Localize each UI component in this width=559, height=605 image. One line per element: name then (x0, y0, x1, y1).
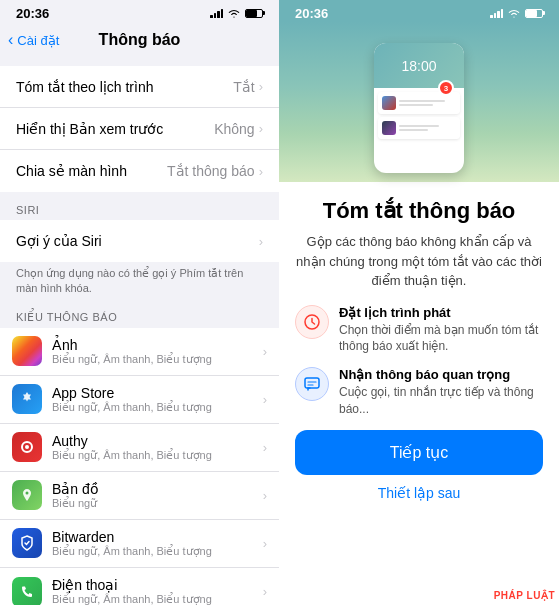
app-subtitle: Biểu ngữ, Âm thanh, Biểu tượng (52, 545, 263, 558)
later-link[interactable]: Thiết lập sau (295, 485, 543, 501)
back-label: Cài đặt (17, 33, 59, 48)
left-status-bar: 20:36 (0, 0, 279, 22)
app-name: Ảnh (52, 337, 263, 353)
svg-rect-4 (305, 378, 319, 388)
left-status-time: 20:36 (16, 6, 49, 21)
schedule-summary-label: Tóm tắt theo lịch trình (16, 79, 154, 95)
signal-icon (490, 9, 503, 18)
wifi-icon (228, 9, 240, 18)
back-chevron-icon: ‹ (8, 31, 13, 49)
app-subtitle: Biểu ngữ (52, 497, 263, 510)
app-info: App Store Biểu ngữ, Âm thanh, Biểu tượng (52, 385, 263, 414)
feature-item-1: Đặt lịch trình phát Chọn thời điểm mà bạ… (295, 305, 543, 356)
app-info: Authy Biểu ngữ, Âm thanh, Biểu tượng (52, 433, 263, 462)
chevron-right-icon: › (263, 344, 267, 359)
app-name: App Store (52, 385, 263, 401)
list-item[interactable]: Điện thoại Biểu ngữ, Âm thanh, Biểu tượn… (0, 568, 279, 605)
app-name: Điện thoại (52, 577, 263, 593)
phone-mockup: 18:00 3 (374, 43, 464, 173)
preview-value: Không › (214, 121, 263, 137)
phone-mockup-content (374, 88, 464, 173)
schedule-summary-row[interactable]: Tóm tắt theo lịch trình Tắt › (0, 66, 279, 108)
right-status-bar: 20:36 (279, 0, 559, 22)
svg-point-1 (25, 445, 29, 449)
chevron-right-icon: › (259, 121, 263, 136)
chevron-right-icon: › (263, 488, 267, 503)
settings-list: Tóm tắt theo lịch trình Tắt › Hiển thị B… (0, 58, 279, 605)
app-subtitle: Biểu ngữ, Âm thanh, Biểu tượng (52, 593, 263, 605)
signal-icon (210, 9, 223, 18)
notif-img-2 (382, 121, 396, 135)
preview-label: Hiển thị Bản xem trước (16, 121, 163, 137)
wifi-icon (508, 9, 520, 18)
feature-1-desc: Chọn thời điểm mà bạn muốn tóm tắt thông… (339, 322, 543, 356)
appstore-logo (19, 391, 35, 407)
feature-1-text: Đặt lịch trình phát Chọn thời điểm mà bạ… (339, 305, 543, 356)
list-item[interactable]: Bản đồ Biểu ngữ › (0, 472, 279, 520)
app-info: Ảnh Biểu ngữ, Âm thanh, Biểu tượng (52, 337, 263, 366)
right-panel: 20:36 18:00 3 (279, 0, 559, 605)
list-item[interactable]: Ảnh Biểu ngữ, Âm thanh, Biểu tượng › (0, 328, 279, 376)
notif-lines (399, 125, 456, 131)
preview-row[interactable]: Hiển thị Bản xem trước Không › (0, 108, 279, 150)
phone-app-icon (12, 577, 42, 605)
back-button[interactable]: ‹ Cài đặt (8, 31, 59, 49)
right-status-time: 20:36 (295, 6, 328, 21)
continue-button[interactable]: Tiếp tục (295, 430, 543, 475)
app-name: Authy (52, 433, 263, 449)
battery-icon (245, 9, 263, 18)
phone-mockup-top: 18:00 3 (374, 43, 464, 88)
list-item[interactable]: Authy Biểu ngữ, Âm thanh, Biểu tượng › (0, 424, 279, 472)
app-subtitle: Biểu ngữ, Âm thanh, Biểu tượng (52, 353, 263, 366)
list-item[interactable]: App Store Biểu ngữ, Âm thanh, Biểu tượng… (0, 376, 279, 424)
app-subtitle: Biểu ngữ, Âm thanh, Biểu tượng (52, 401, 263, 414)
phone-time: 18:00 (401, 58, 436, 74)
app-subtitle: Biểu ngữ, Âm thanh, Biểu tượng (52, 449, 263, 462)
chevron-right-icon: › (263, 536, 267, 551)
chevron-right-icon: › (263, 392, 267, 407)
bitwarden-app-icon (12, 528, 42, 558)
chevron-right-icon: › (259, 164, 263, 179)
left-status-icons (210, 9, 263, 18)
app-section-label: KIỂU THÔNG BÁO (0, 305, 279, 328)
message-icon (303, 375, 321, 393)
right-description: Gộp các thông báo không khẩn cấp và nhận… (295, 232, 543, 291)
screen-share-row[interactable]: Chia sẻ màn hình Tắt thông báo › (0, 150, 279, 192)
bitwarden-logo (20, 535, 34, 551)
siri-note: Chọn ứng dụng nào có thể gọi ý Phím tắt … (0, 262, 279, 305)
screen-share-value: Tắt thông báo › (167, 163, 263, 179)
notif-card-2 (378, 117, 460, 139)
svg-point-2 (26, 492, 29, 495)
right-status-icons (490, 9, 543, 18)
chevron-right-icon: › (263, 440, 267, 455)
page-title: Thông báo (99, 31, 181, 49)
feature-item-2: Nhận thông báo quan trọng Cuộc gọi, tin … (295, 367, 543, 418)
siri-group: Gợi ý của Siri › (0, 220, 279, 262)
authy-app-icon (12, 432, 42, 462)
app-list-group: Ảnh Biểu ngữ, Âm thanh, Biểu tượng › App… (0, 328, 279, 605)
chevron-right-icon: › (259, 234, 263, 249)
left-nav-bar: ‹ Cài đặt Thông báo (0, 22, 279, 58)
feature-1-title: Đặt lịch trình phát (339, 305, 543, 320)
screen-share-label: Chia sẻ màn hình (16, 163, 127, 179)
right-main-title: Tóm tắt thông báo (295, 198, 543, 224)
schedule-icon-circle (295, 305, 329, 339)
maps-logo (20, 488, 34, 502)
app-info: Bản đồ Biểu ngữ (52, 481, 263, 510)
left-panel: 20:36 ‹ Cài đặt Thông báo (0, 0, 279, 605)
watermark: PHÁP LUẬT (494, 590, 555, 601)
main-settings-group: Tóm tắt theo lịch trình Tắt › Hiển thị B… (0, 66, 279, 192)
summary-badge: 3 (438, 80, 454, 96)
app-name: Bitwarden (52, 529, 263, 545)
siri-section-label: SIRI (0, 198, 279, 220)
siri-suggestions-row[interactable]: Gợi ý của Siri › (0, 220, 279, 262)
siri-suggestions-label: Gợi ý của Siri (16, 233, 102, 249)
feature-2-title: Nhận thông báo quan trọng (339, 367, 543, 382)
chevron-right-icon: › (259, 79, 263, 94)
notif-lines (399, 100, 456, 106)
clock-icon (303, 313, 321, 331)
appstore-app-icon (12, 384, 42, 414)
app-info: Bitwarden Biểu ngữ, Âm thanh, Biểu tượng (52, 529, 263, 558)
list-item[interactable]: Bitwarden Biểu ngữ, Âm thanh, Biểu tượng… (0, 520, 279, 568)
schedule-summary-value: Tắt › (233, 79, 263, 95)
